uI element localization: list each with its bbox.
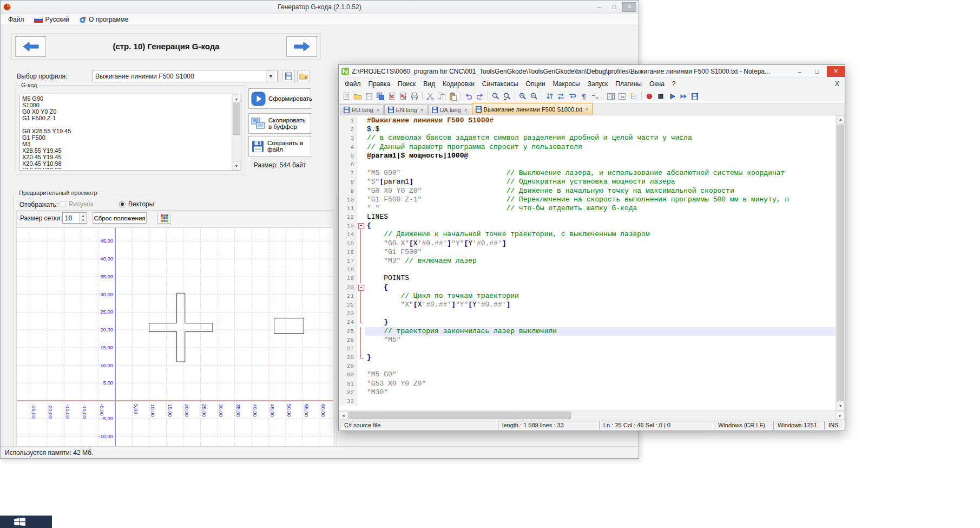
npp-menu-item-7[interactable]: Макросы [549, 79, 584, 89]
record-macro-icon[interactable] [644, 91, 655, 102]
notepad-titlebar[interactable]: Z:\PROJECTS\0060_program for CNC\001_Too… [339, 65, 845, 78]
editor-line[interactable]: 32"M30" [339, 388, 836, 397]
sync-vertical-icon[interactable] [544, 91, 555, 102]
replace-icon[interactable] [502, 91, 512, 102]
tab-3[interactable]: Выжигание линиями F500 S1000.txt× [472, 103, 593, 115]
editor-hscrollbar[interactable]: ◄ ► [339, 410, 845, 420]
show-all-chars-icon[interactable]: ¶ [578, 91, 589, 102]
editor-area[interactable]: 1#Выжигание линиями F500 S1000#2$.$3// в… [339, 115, 845, 410]
hscroll-thumb[interactable] [348, 412, 571, 419]
notepad-close-button[interactable]: ✕ [827, 66, 845, 77]
tab-1[interactable]: EN.lang× [384, 105, 427, 115]
menu-about[interactable]: О программе [75, 15, 133, 24]
editor-line[interactable]: 17 "M3" // включаем лазер [339, 257, 836, 265]
vector-preview-canvas[interactable]: -10,00-5,005,0010,0015,0020,0025,0030,00… [17, 227, 333, 451]
close-button[interactable]: ✕ [622, 2, 636, 12]
close-all-icon[interactable] [398, 91, 409, 102]
scroll-thumb[interactable] [233, 103, 240, 135]
editor-line[interactable]: 22 "X"[X'#0.##']"Y"[Y'#0.##'] [339, 301, 836, 309]
editor-line[interactable]: 11" " // что-бы отделить шапку G-кода [339, 204, 836, 213]
fold-toggle-icon[interactable] [357, 283, 365, 292]
generate-button[interactable]: Сформировать [248, 88, 311, 109]
indent-guide-icon[interactable] [590, 91, 601, 102]
editor-line[interactable]: 21 // Цикл по точкам траектории [339, 292, 836, 301]
editor-line[interactable]: 30"M5 G0" [339, 370, 836, 379]
gcode-generator-titlebar[interactable]: Генератор G-кода (2.1.0.52) – □ ✕ [1, 1, 639, 14]
editor-line[interactable]: 3// в символах баксов задается символ ра… [339, 134, 836, 142]
npp-menu-item-5[interactable]: Синтаксисы [478, 79, 522, 89]
save-to-file-button[interactable]: Сохранить в файл [248, 136, 311, 157]
editor-line[interactable]: 8"S"[param1] // Однократная установка мо… [339, 178, 836, 186]
editor-line[interactable]: 24 } [339, 318, 836, 327]
npp-menu-item-8[interactable]: Запуск [584, 79, 612, 89]
npp-menu-item-6[interactable]: Опции [522, 79, 549, 89]
scroll-left-icon[interactable]: ◄ [339, 411, 348, 420]
next-page-button[interactable] [286, 36, 317, 57]
tab-2[interactable]: UA.lang× [428, 105, 471, 115]
save-icon[interactable] [364, 91, 374, 102]
undo-icon[interactable] [463, 91, 474, 102]
notepad-maximize-button[interactable]: □ [810, 66, 824, 77]
editor-line[interactable]: 13{ [339, 221, 836, 230]
copy-to-clipboard-button[interactable]: Скопировать в буффер [248, 113, 311, 134]
editor-line[interactable]: 33 [339, 397, 836, 406]
editor-line[interactable]: 23 [339, 309, 836, 318]
editor-line[interactable]: 2$.$ [339, 125, 836, 134]
spin-up-icon[interactable]: ▲ [80, 213, 87, 218]
find-icon[interactable] [490, 91, 501, 102]
profile-folder-button[interactable] [297, 70, 310, 82]
save-macro-icon[interactable] [689, 91, 700, 102]
print-icon[interactable] [409, 91, 420, 102]
editor-vscrollbar[interactable]: ▲ ▼ [836, 115, 845, 410]
close-icon[interactable] [386, 91, 397, 102]
editor-line[interactable]: 1#Выжигание линиями F500 S1000# [339, 116, 836, 125]
cut-icon[interactable] [425, 91, 436, 102]
tab-0[interactable]: RU.lang× [340, 105, 384, 115]
editor-line[interactable]: 25 // траектория закончилась лазер выклю… [339, 327, 836, 336]
stop-macro-icon[interactable] [655, 91, 666, 102]
editor-line[interactable]: 4// Данный параметр программа спросит у … [339, 143, 836, 152]
start-button[interactable] [14, 518, 25, 526]
editor-line[interactable]: 5@param1|S мощность|1000@ [339, 152, 836, 160]
scroll-right-icon[interactable]: ► [836, 411, 845, 420]
npp-menu-item-3[interactable]: Вид [419, 79, 439, 89]
npp-menu-item-1[interactable]: Правка [365, 79, 394, 89]
profile-save-button[interactable] [282, 70, 295, 82]
editor-line[interactable]: 6 [339, 160, 836, 169]
play-macro-icon[interactable] [667, 91, 678, 102]
doc-map-icon[interactable] [606, 91, 616, 102]
scroll-down-icon[interactable]: ▼ [232, 161, 241, 170]
editor-line[interactable]: 19 POINTS [339, 274, 836, 283]
sync-horizontal-icon[interactable] [556, 91, 567, 102]
editor-line[interactable]: 20 { [339, 283, 836, 292]
save-all-icon[interactable] [375, 91, 386, 102]
scroll-up-icon[interactable]: ▲ [232, 94, 241, 103]
editor-line[interactable]: 12LINES [339, 213, 836, 221]
editor-line[interactable]: 27 [339, 344, 836, 353]
scroll-down-icon[interactable]: ▼ [836, 402, 845, 410]
notepad-minimize-button[interactable]: – [792, 66, 807, 77]
editor-line[interactable]: 10"G1 F500 Z-1" // Переключение на скоро… [339, 195, 836, 204]
reset-position-button[interactable]: Сброс положения [93, 212, 147, 224]
editor-line[interactable]: 26 "M5" [339, 336, 836, 344]
editor-line[interactable]: 9"G0 X0 Y0 Z0" // Движение в начальную т… [339, 187, 836, 195]
run-macro-multiple-icon[interactable] [678, 91, 689, 102]
redo-icon[interactable] [475, 91, 485, 102]
minimize-button[interactable]: – [592, 2, 606, 12]
grid-settings-button[interactable] [157, 212, 170, 224]
npp-menu-item-10[interactable]: Окна [646, 79, 668, 89]
zoom-in-icon[interactable] [517, 91, 528, 102]
mdi-close-button[interactable]: X [835, 80, 839, 88]
editor-line[interactable]: 16 "G1 F500" [339, 248, 836, 257]
function-list-icon[interactable] [617, 91, 628, 102]
scroll-up-icon[interactable]: ▲ [836, 115, 845, 124]
npp-menu-item-2[interactable]: Поиск [394, 79, 419, 89]
gcode-textarea[interactable]: M5 G90S1000G0 X0 Y0 Z0G1 F500 Z-1 G0 X28… [19, 94, 241, 171]
radio-vectors[interactable]: Векторы [119, 200, 154, 208]
tab-close-icon[interactable]: × [464, 107, 468, 113]
menu-language[interactable]: Русский [30, 15, 74, 24]
tab-close-icon[interactable]: × [420, 107, 424, 113]
zoom-out-icon[interactable] [529, 91, 540, 102]
npp-menu-item-0[interactable]: Файл [341, 79, 365, 89]
editor-line[interactable]: 15 "G0 X"[X'#0.##']"Y"[Y'#0.##'] [339, 239, 836, 248]
